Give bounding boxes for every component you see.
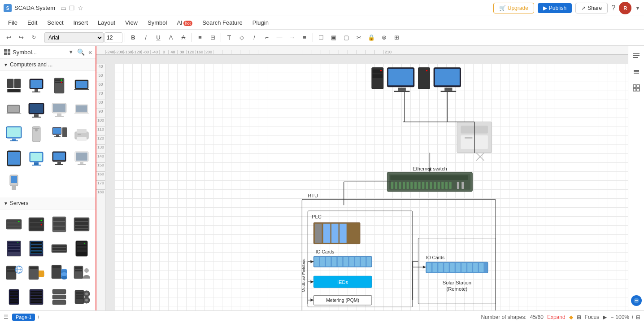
undo-button[interactable]: ↩ bbox=[3, 32, 14, 44]
line-style-button[interactable]: — bbox=[274, 32, 285, 44]
menu-ai[interactable]: AIhot bbox=[172, 17, 197, 28]
symbol-rack-server-2[interactable] bbox=[26, 237, 47, 260]
search-icon[interactable]: 🔍 bbox=[77, 48, 85, 56]
maximize-icon[interactable]: ☐ bbox=[69, 4, 75, 12]
menu-search-feature[interactable]: Search Feature bbox=[198, 17, 247, 28]
grid-button[interactable] bbox=[630, 82, 643, 94]
computers-section-header[interactable]: ▼ Computers and ... bbox=[0, 59, 96, 71]
symbol-imac[interactable] bbox=[4, 123, 24, 145]
symbol-desktop-monitor[interactable] bbox=[26, 74, 47, 97]
symbol-rack-server[interactable] bbox=[4, 237, 24, 260]
layers-button[interactable] bbox=[630, 65, 643, 78]
menu-select[interactable]: Select bbox=[43, 17, 68, 28]
symbol-mac-monitor[interactable] bbox=[49, 99, 70, 121]
underline-button[interactable]: U bbox=[152, 32, 164, 44]
symbol-server-1u[interactable] bbox=[4, 213, 24, 236]
symbol-laptop[interactable] bbox=[71, 74, 92, 97]
collapse-sidebar-icon[interactable]: « bbox=[88, 48, 92, 56]
symbol-laptop-silver[interactable] bbox=[71, 99, 92, 121]
unlink-button[interactable]: ⊗ bbox=[378, 32, 390, 44]
symbol-monitor-flat[interactable] bbox=[26, 147, 47, 170]
symbol-server-stack[interactable] bbox=[49, 286, 70, 308]
align-left-button[interactable]: ≡ bbox=[194, 32, 206, 44]
symbol-monitor-blue[interactable] bbox=[26, 99, 47, 121]
symbol-server-4u[interactable] bbox=[71, 213, 92, 236]
minimize-icon[interactable]: ▭ bbox=[61, 4, 66, 12]
menu-layout[interactable]: Layout bbox=[93, 17, 120, 28]
symbol-server-user[interactable] bbox=[71, 262, 92, 284]
symbol-kiosk[interactable] bbox=[4, 171, 24, 194]
add-page-button[interactable]: + bbox=[37, 314, 40, 320]
symbol-desktop-tower[interactable] bbox=[4, 74, 24, 97]
symbol-server-tower[interactable] bbox=[49, 74, 70, 97]
symbol-server-globe[interactable] bbox=[4, 262, 24, 284]
eraser-button[interactable]: ◇ bbox=[236, 32, 248, 44]
align-dropdown-button[interactable]: ⊟ bbox=[207, 32, 218, 44]
active-page-tab[interactable]: Page-1 bbox=[12, 314, 35, 321]
symbol-server-tall[interactable] bbox=[4, 286, 24, 308]
strikethrough-button[interactable]: A bbox=[178, 32, 189, 44]
font-selector[interactable]: Arial Times New Roman Helvetica bbox=[44, 32, 104, 43]
lock-button[interactable]: 🔒 bbox=[366, 32, 377, 44]
star-icon[interactable]: ☆ bbox=[78, 4, 83, 12]
zoom-in-button[interactable]: + bbox=[631, 314, 634, 320]
panel-toggle-button[interactable]: ☰ bbox=[4, 314, 9, 320]
dropdown-chevron-icon[interactable]: ▼ bbox=[635, 5, 640, 11]
chat-button[interactable] bbox=[630, 294, 643, 307]
symbol-monitor-white[interactable] bbox=[71, 147, 92, 170]
servers-section-header[interactable]: ▼ Servers bbox=[0, 197, 96, 210]
arrow-style-button[interactable]: → bbox=[286, 32, 298, 44]
expand-button[interactable]: Expand bbox=[547, 314, 566, 320]
menu-plugin[interactable]: Plugin bbox=[248, 17, 273, 28]
symbol-server-flat[interactable] bbox=[49, 237, 70, 260]
diagram-canvas[interactable]: Ethernet switch RTU bbox=[114, 64, 628, 310]
font-size-input[interactable] bbox=[104, 32, 122, 43]
menu-insert[interactable]: Insert bbox=[69, 17, 93, 28]
symbol-server-db[interactable] bbox=[49, 262, 70, 284]
symbol-monitor-stand[interactable] bbox=[49, 147, 70, 170]
focus-button[interactable]: Focus bbox=[585, 314, 600, 320]
symbol-server-3u[interactable] bbox=[49, 213, 70, 236]
table-button[interactable]: ⊞ bbox=[391, 32, 402, 44]
symbol-server-drive[interactable] bbox=[71, 286, 92, 308]
redo-alt-button[interactable]: ↻ bbox=[28, 32, 39, 44]
upgrade-button[interactable]: 🛒 Upgrade bbox=[493, 3, 534, 13]
menu-view[interactable]: View bbox=[121, 17, 142, 28]
play-icon[interactable]: ▶ bbox=[603, 314, 607, 320]
shadow-button[interactable]: ▣ bbox=[328, 32, 339, 44]
symbol-server-folder[interactable] bbox=[26, 262, 47, 284]
symbol-mac-tower[interactable] bbox=[26, 123, 47, 145]
svg-rect-243 bbox=[456, 263, 460, 272]
share-button[interactable]: ↗ Share bbox=[575, 3, 608, 13]
zoom-slider-icon[interactable]: ⊟ bbox=[636, 314, 640, 320]
symbol-server-rack[interactable] bbox=[26, 286, 47, 308]
connector-button[interactable]: ⌐ bbox=[261, 32, 273, 44]
layers-statusbar-icon[interactable]: ⊞ bbox=[577, 314, 581, 320]
symbol-server-2u[interactable] bbox=[26, 213, 47, 236]
chevron-down-icon[interactable]: ▼ bbox=[68, 49, 74, 55]
avatar[interactable]: R bbox=[619, 2, 631, 14]
font-color-button[interactable]: A bbox=[165, 32, 177, 44]
bold-button[interactable]: B bbox=[127, 32, 139, 44]
symbol-notebook[interactable] bbox=[4, 99, 24, 121]
fill-button[interactable]: ☐ bbox=[315, 32, 327, 44]
pen-button[interactable]: / bbox=[248, 32, 260, 44]
menu-edit[interactable]: Edit bbox=[23, 17, 42, 28]
clip-button[interactable]: ✂ bbox=[353, 32, 365, 44]
line-width-button[interactable]: ≡ bbox=[299, 32, 310, 44]
menu-file[interactable]: File bbox=[4, 17, 22, 28]
italic-button[interactable]: I bbox=[140, 32, 152, 44]
text-button[interactable]: T bbox=[223, 32, 235, 44]
redo-button[interactable]: ↪ bbox=[15, 32, 27, 44]
publish-button[interactable]: ▶ Publish bbox=[538, 3, 572, 13]
symbol-printer[interactable] bbox=[71, 123, 92, 145]
help-icon[interactable]: ? bbox=[611, 4, 615, 12]
canvas-area[interactable]: -240 -200 -160 -120 -80 -40 0 40 80 120 … bbox=[96, 46, 628, 310]
shape-button[interactable]: ▢ bbox=[340, 32, 352, 44]
zoom-out-button[interactable]: − bbox=[610, 314, 614, 320]
menu-symbol[interactable]: Symbol bbox=[143, 17, 171, 28]
format-panel-button[interactable] bbox=[630, 49, 643, 62]
symbol-desktop-setup[interactable] bbox=[49, 123, 70, 145]
symbol-server-dark[interactable] bbox=[71, 237, 92, 260]
symbol-tablet[interactable] bbox=[4, 147, 24, 170]
